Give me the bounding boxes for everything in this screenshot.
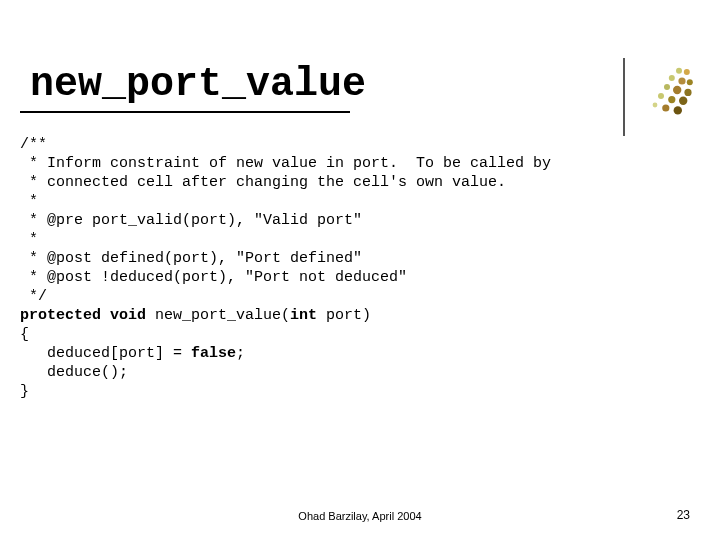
footer-text: Ohad Barzilay, April 2004	[0, 510, 720, 522]
code-line: }	[20, 383, 29, 400]
code-line: deduce();	[20, 364, 128, 381]
code-line: ;	[236, 345, 245, 362]
code-block: /** * Inform constraint of new value in …	[20, 135, 700, 401]
title-underline	[20, 111, 350, 113]
function-signature-tail: port)	[317, 307, 371, 324]
svg-point-13	[674, 106, 682, 114]
code-line: * @post defined(port), "Port defined"	[20, 250, 362, 267]
function-name: new_port_value(	[146, 307, 290, 324]
page-number: 23	[677, 508, 690, 522]
slide-title: new_port_value	[20, 62, 700, 107]
code-line: * Inform constraint of new value in port…	[20, 155, 551, 172]
code-line: */	[20, 288, 47, 305]
code-line: * @post !deduced(port), "Port not deduce…	[20, 269, 407, 286]
keyword-protected: protected	[20, 307, 101, 324]
code-line: deduced[port] =	[20, 345, 191, 362]
code-line: /**	[20, 136, 47, 153]
code-line: *	[20, 231, 38, 248]
code-line: {	[20, 326, 29, 343]
code-line: * @pre port_valid(port), "Valid port"	[20, 212, 362, 229]
keyword-int: int	[290, 307, 317, 324]
slide: new_port_value /** * Inform constraint o…	[0, 0, 720, 540]
keyword-void: void	[110, 307, 146, 324]
code-line: *	[20, 193, 38, 210]
title-block: new_port_value	[20, 62, 700, 107]
keyword-false: false	[191, 345, 236, 362]
code-line: * connected cell after changing the cell…	[20, 174, 506, 191]
